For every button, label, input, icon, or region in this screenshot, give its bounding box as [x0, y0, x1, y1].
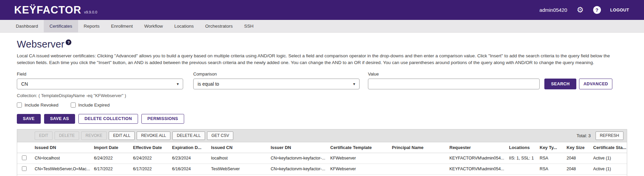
cell-issued-dn: CN=TestWebServer,O=Mac...	[32, 164, 91, 174]
nav-item-orchestrators[interactable]: Orchestrators	[199, 20, 238, 32]
row-select-cell	[17, 174, 32, 176]
cell-key-type: RSA	[537, 153, 564, 164]
cell-locations: IIS: 1, SSL: 1	[506, 153, 537, 164]
cell-requester: KEYFACTORVM\admin054...	[447, 153, 506, 164]
app-header: KEŸFACTOR v9.9.0.0 admin05420 ⚙ ? LOGOUT	[0, 0, 644, 20]
cell-principal-name	[389, 153, 447, 164]
col-certificate-template[interactable]: Certificate Template	[328, 142, 389, 153]
nav-item-dashboard[interactable]: Dashboard	[10, 20, 44, 32]
search-form: Field CN ▾ Comparison is equal to ▾ Valu…	[17, 71, 627, 89]
cell-principal-name	[389, 174, 447, 176]
gear-icon[interactable]: ⚙	[577, 6, 584, 14]
cell-certificate-state: Active (1)	[590, 174, 627, 176]
col-issued-cn[interactable]: Issued CN	[208, 142, 268, 153]
col-expiration-date[interactable]: Expiration D...	[169, 142, 208, 153]
cell-import-date: 6/17/2022	[91, 164, 130, 174]
col-import-date[interactable]: Import Date	[91, 142, 130, 153]
search-button[interactable]: SEARCH	[544, 79, 576, 89]
col-key-type[interactable]: Key Ty...	[537, 142, 564, 153]
table-row[interactable]: CN=localhost 6/24/2022 6/24/2022 6/23/20…	[17, 153, 627, 164]
certificates-table: Issued DN Import Date Effective Date Exp…	[17, 142, 627, 176]
select-column-header	[17, 142, 32, 153]
current-user[interactable]: admin05420	[539, 7, 567, 13]
collection-description: Local CA issued webserver certificates: …	[17, 53, 627, 66]
value-group: Value	[368, 71, 540, 89]
grid-toolbar: EDIT DELETE REVOKE EDIT ALL REVOKE ALL D…	[17, 129, 627, 142]
col-requester[interactable]: Requester	[447, 142, 506, 153]
cell-certificate-state: Active (1)	[590, 164, 627, 174]
keyfactor-logo[interactable]: KEŸFACTOR	[14, 4, 81, 16]
nav-item-workflow[interactable]: Workflow	[138, 20, 168, 32]
col-key-size[interactable]: Key Size	[564, 142, 590, 153]
cell-issued-cn: localhost	[208, 153, 268, 164]
cell-issued-cn: TestWebServer	[208, 164, 268, 174]
cell-key-size: 2048	[564, 174, 590, 176]
delete-collection-button[interactable]: DELETE COLLECTION	[78, 114, 138, 124]
row-checkbox[interactable]	[22, 155, 27, 160]
cell-locations	[506, 164, 537, 174]
nav-item-locations[interactable]: Locations	[169, 20, 200, 32]
table-row[interactable]: CN=TestWebServer,O=Mac... 6/17/2022 6/17…	[17, 164, 627, 174]
page-title: Webserver	[17, 39, 64, 50]
grid-toolbar-right: Total: 3 REFRESH	[577, 131, 623, 140]
field-select[interactable]: CN ▾	[17, 79, 183, 89]
cell-expiration-date: 6/16/2024	[169, 174, 208, 176]
header-right: admin05420 ⚙ ? LOGOUT	[539, 6, 629, 14]
page-title-row: Webserver ?	[17, 39, 627, 50]
row-select-cell	[17, 153, 32, 164]
nav-item-ssh[interactable]: SSH	[238, 20, 259, 32]
col-effective-date[interactable]: Effective Date	[130, 142, 169, 153]
cell-principal-name	[389, 164, 447, 174]
chevron-down-icon: ▾	[177, 82, 179, 86]
comparison-select[interactable]: is equal to ▾	[193, 79, 360, 89]
edit-all-button[interactable]: EDIT ALL	[109, 131, 135, 140]
row-select-cell	[17, 164, 32, 174]
cell-expiration-date: 6/23/2024	[169, 153, 208, 164]
col-locations[interactable]: Locations	[506, 142, 537, 153]
permissions-button[interactable]: PERMISSIONS	[141, 114, 184, 124]
cell-certificate-template: KFWebserver	[328, 174, 389, 176]
cell-key-type: RSA	[537, 174, 564, 176]
get-csv-button[interactable]: GET CSV	[207, 131, 233, 140]
advanced-button[interactable]: ADVANCED	[579, 79, 612, 89]
refresh-button[interactable]: REFRESH	[596, 131, 623, 140]
col-issuer-dn[interactable]: Issuer DN	[268, 142, 328, 153]
cell-key-size: 2048	[564, 153, 590, 164]
include-revoked-checkbox[interactable]	[17, 102, 22, 108]
delete-all-button[interactable]: DELETE ALL	[172, 131, 205, 140]
include-expired-checkbox[interactable]	[71, 102, 76, 108]
field-group: Field CN ▾	[17, 71, 183, 89]
include-revoked-filter[interactable]: Include Revoked	[17, 102, 59, 108]
row-checkbox[interactable]	[22, 166, 27, 171]
field-select-value: CN	[21, 81, 28, 87]
nav-item-certificates[interactable]: Certificates	[44, 20, 78, 32]
cell-issuer-dn: CN=keyfactorvm-keyfactor-...	[268, 153, 328, 164]
cell-expiration-date: 6/16/2024	[169, 164, 208, 174]
col-certificate-state[interactable]: Certificate Sta...	[590, 142, 627, 153]
logout-button[interactable]: LOGOUT	[610, 8, 629, 12]
revoke-all-button[interactable]: REVOKE ALL	[137, 131, 170, 140]
cell-effective-date: 6/17/2022	[130, 164, 169, 174]
title-help-icon[interactable]: ?	[66, 39, 71, 45]
revoke-button: REVOKE	[81, 131, 107, 140]
save-button[interactable]: SAVE	[17, 114, 41, 124]
col-issued-dn[interactable]: Issued DN	[32, 142, 91, 153]
value-input[interactable]	[368, 79, 540, 89]
col-principal-name[interactable]: Principal Name	[389, 142, 447, 153]
nav-item-enrollment[interactable]: Enrollment	[105, 20, 139, 32]
include-expired-filter[interactable]: Include Expired	[71, 102, 110, 108]
value-label: Value	[368, 71, 540, 77]
comparison-select-value: is equal to	[198, 81, 219, 87]
nav-item-reports[interactable]: Reports	[78, 20, 105, 32]
save-as-button[interactable]: SAVE AS	[44, 114, 75, 124]
cell-import-date: 6/17/2022	[91, 174, 130, 176]
table-row[interactable]: CN=commandvmxctr75gbtx... 6/17/2022 6/17…	[17, 174, 627, 176]
collection-actions: SAVE SAVE AS DELETE COLLECTION PERMISSIO…	[17, 114, 627, 124]
help-icon[interactable]: ?	[593, 6, 601, 14]
cell-effective-date: 6/17/2022	[130, 174, 169, 176]
main-content: Webserver ? Local CA issued webserver ce…	[0, 33, 644, 176]
cell-issuer-dn: CN=keyfactorvm-keyfactor-...	[268, 174, 328, 176]
cell-requester: KEYFACTORVM\keyfactor$	[447, 174, 506, 176]
comparison-label: Comparison	[193, 71, 360, 77]
brand: KEŸFACTOR v9.9.0.0	[14, 4, 97, 16]
